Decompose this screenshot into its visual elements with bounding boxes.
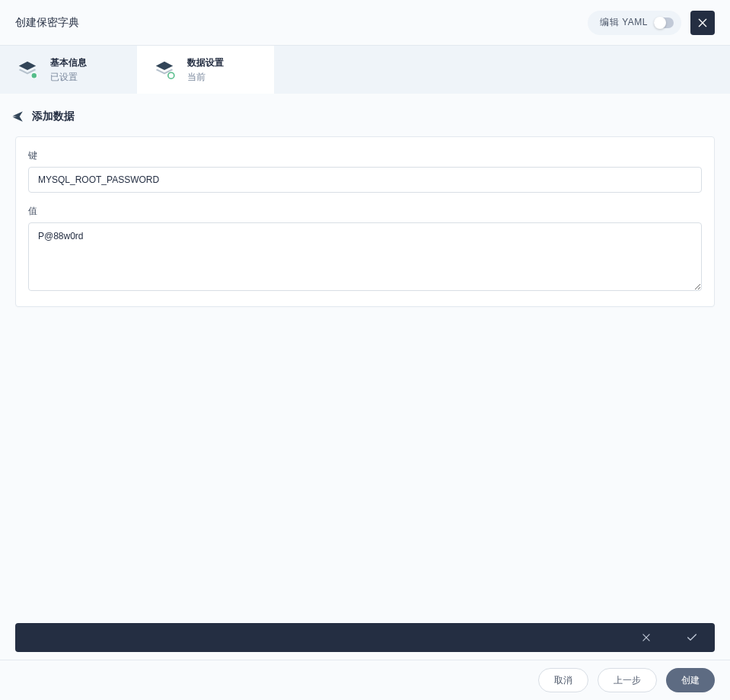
step-text: 基本信息 已设置 [50,56,87,84]
confirm-action-button[interactable] [684,630,700,645]
send-icon [11,109,26,124]
value-textarea[interactable] [28,222,702,291]
check-icon [686,631,698,644]
section-header: 添加数据 [11,109,715,124]
svg-point-4 [168,72,174,78]
prev-button[interactable]: 上一步 [598,668,657,692]
value-label: 值 [28,205,702,218]
close-button[interactable] [690,11,715,35]
section-title: 添加数据 [32,110,75,123]
layers-icon [15,58,40,82]
header-actions: 编辑 YAML [588,11,715,35]
step-status: 当前 [187,71,224,84]
dialog-footer: 取消 上一步 创建 [0,660,730,700]
form-group-value: 值 [28,205,702,294]
step-basic-info[interactable]: 基本信息 已设置 [0,46,137,94]
cancel-action-button[interactable] [639,630,654,645]
yaml-toggle[interactable]: 编辑 YAML [588,11,681,35]
cancel-button[interactable]: 取消 [538,668,588,692]
create-button[interactable]: 创建 [666,668,715,692]
step-title: 数据设置 [187,56,224,69]
form-group-key: 键 [28,149,702,193]
step-status: 已设置 [50,71,87,84]
toggle-switch[interactable] [654,18,674,28]
svg-point-3 [32,73,37,78]
key-input[interactable] [28,167,702,193]
step-title: 基本信息 [50,56,87,69]
layers-icon [152,58,177,82]
key-label: 键 [28,149,702,162]
dialog-title: 创建保密字典 [15,16,79,30]
yaml-toggle-label: 编辑 YAML [600,16,648,29]
dialog-header: 创建保密字典 编辑 YAML [0,0,730,46]
step-text: 数据设置 当前 [187,56,224,84]
content-area: 添加数据 键 值 [0,94,730,660]
step-data-settings[interactable]: 数据设置 当前 [137,46,274,94]
close-icon [641,632,652,643]
action-bar [15,623,715,652]
step-nav: 基本信息 已设置 数据设置 当前 [0,46,730,94]
close-icon [697,17,709,29]
form-card: 键 值 [15,136,715,307]
